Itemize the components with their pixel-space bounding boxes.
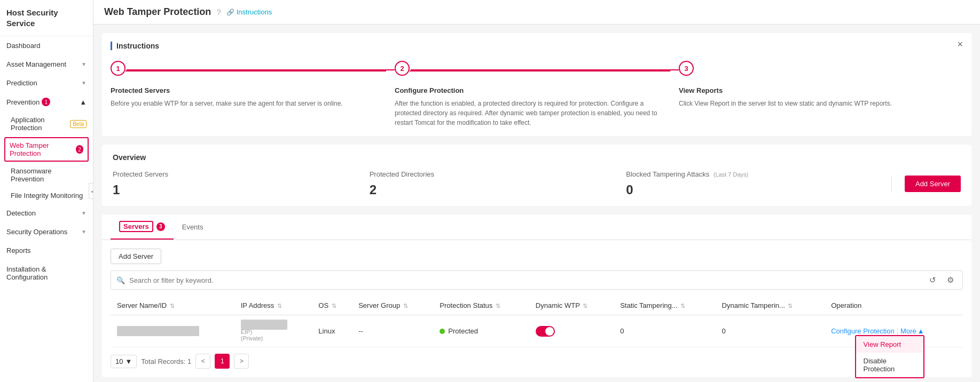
cell-server-name: ████████ bbox=[111, 315, 234, 347]
more-button[interactable]: More ▲ bbox=[900, 327, 924, 335]
status-dot bbox=[440, 329, 445, 334]
sort-icon-dynamic[interactable]: ⇅ bbox=[788, 303, 793, 309]
step-2-title: Configure Protection bbox=[395, 86, 670, 94]
operation-links: Configure Protection | More ▲ View bbox=[831, 327, 957, 335]
cell-server-group: -- bbox=[352, 315, 433, 347]
sort-icon-status[interactable]: ⇅ bbox=[496, 303, 500, 309]
view-report-menu-item[interactable]: View Report bbox=[856, 336, 923, 353]
stat-value-0: 1 bbox=[113, 182, 370, 197]
col-dynamic-wtp: Dynamic WTP ⇅ bbox=[529, 296, 614, 315]
add-server-section: Add Server bbox=[891, 176, 961, 192]
configure-protection-link[interactable]: Configure Protection bbox=[831, 327, 895, 335]
col-os: OS ⇅ bbox=[312, 296, 352, 315]
refresh-icon[interactable]: ↺ bbox=[926, 274, 939, 286]
cell-dynamic-wtp bbox=[529, 315, 614, 347]
cell-os: Linux bbox=[312, 315, 352, 347]
chevron-down-icon: ▼ bbox=[125, 357, 132, 365]
more-menu: View Report Disable Protection bbox=[855, 335, 924, 378]
search-icon: 🔍 bbox=[116, 276, 125, 284]
step-3-number: 3 bbox=[679, 61, 694, 76]
cell-dynamic-tampering: 0 bbox=[716, 315, 825, 347]
step-1: 1 Protected Servers Before you enable WT… bbox=[111, 61, 395, 108]
step-2-desc: After the function is enabled, a protect… bbox=[395, 99, 670, 128]
sidebar-collapse-button[interactable]: ◀ bbox=[89, 183, 93, 199]
step-3-desc: Click View Report in the server list to … bbox=[679, 99, 954, 108]
chevron-down-icon: ▼ bbox=[81, 210, 87, 216]
stat-value-1: 2 bbox=[370, 182, 626, 197]
main-content: Web Tamper Protection ? Instructions Ins… bbox=[93, 0, 980, 382]
overview-add-server-button[interactable]: Add Server bbox=[905, 176, 961, 192]
sort-icon-ip[interactable]: ⇅ bbox=[277, 303, 282, 309]
sidebar: Host Security Service Dashboard Asset Ma… bbox=[0, 0, 93, 382]
steps-container: 1 Protected Servers Before you enable WT… bbox=[111, 61, 963, 128]
sort-icon-os[interactable]: ⇅ bbox=[332, 303, 336, 309]
step-3-title: View Reports bbox=[679, 86, 954, 94]
sort-icon-server-name[interactable]: ⇅ bbox=[170, 303, 175, 309]
dynamic-wtp-toggle[interactable] bbox=[536, 326, 555, 337]
step-1-title: Protected Servers bbox=[111, 86, 386, 94]
close-button[interactable]: × bbox=[957, 39, 963, 49]
cell-static-tampering: 0 bbox=[614, 315, 715, 347]
step-2: 2 Configure Protection After the functio… bbox=[395, 61, 679, 128]
cell-ip-address: ███ EIP)(Private) bbox=[234, 315, 312, 347]
stat-protected-servers: Protected Servers 1 bbox=[113, 170, 370, 197]
col-server-group: Server Group ⇅ bbox=[352, 296, 433, 315]
beta-badge: Beta bbox=[70, 120, 87, 128]
overview-stats: Protected Servers 1 Protected Directorie… bbox=[113, 170, 961, 197]
servers-tab-content: Add Server 🔍 ↺ ⚙ Server Name/ID bbox=[102, 240, 971, 377]
tab-servers[interactable]: Servers 3 bbox=[111, 214, 174, 240]
sort-icon-static[interactable]: ⇅ bbox=[680, 303, 685, 309]
page-header: Web Tamper Protection ? Instructions bbox=[93, 0, 980, 25]
instructions-panel-title: Instructions bbox=[111, 42, 963, 50]
next-page-button[interactable]: > bbox=[234, 354, 249, 369]
overview-section: Overview Protected Servers 1 Protected D… bbox=[102, 145, 971, 206]
settings-icon[interactable]: ⚙ bbox=[944, 274, 957, 286]
prev-page-button[interactable]: < bbox=[195, 354, 210, 369]
col-server-name: Server Name/ID ⇅ bbox=[111, 296, 234, 315]
sidebar-item-prediction[interactable]: Prediction ▼ bbox=[0, 74, 93, 92]
step-2-number: 2 bbox=[395, 61, 410, 76]
search-bar: 🔍 ↺ ⚙ bbox=[111, 270, 963, 290]
pagination: 10 ▼ Total Records: 1 < 1 > bbox=[111, 347, 963, 369]
per-page-select[interactable]: 10 ▼ bbox=[111, 355, 137, 368]
chevron-down-icon: ▼ bbox=[81, 61, 87, 67]
sidebar-item-dashboard[interactable]: Dashboard bbox=[0, 36, 93, 55]
chevron-up-icon: ▲ bbox=[80, 98, 87, 106]
step-1-desc: Before you enable WTP for a server, make… bbox=[111, 99, 386, 108]
overview-title: Overview bbox=[113, 153, 961, 162]
col-static-tampering: Static Tampering... ⇅ bbox=[614, 296, 715, 315]
step-1-number: 1 bbox=[111, 61, 126, 76]
cell-operation: Configure Protection | More ▲ View bbox=[825, 315, 963, 347]
sidebar-item-ransomware[interactable]: Ransomware Prevention bbox=[0, 163, 93, 187]
page-title: Web Tamper Protection bbox=[104, 6, 211, 18]
sidebar-item-asset-management[interactable]: Asset Management ▼ bbox=[0, 55, 93, 74]
web-tamper-badge: 2 bbox=[76, 145, 83, 154]
content-area: Instructions × 1 Protected Servers Befor… bbox=[93, 25, 980, 382]
tabs-header: Servers 3 Events bbox=[102, 214, 971, 240]
sidebar-item-file-integrity[interactable]: File Integrity Monitoring bbox=[0, 187, 93, 204]
sort-icon-dynamic-wtp[interactable]: ⇅ bbox=[583, 303, 587, 309]
sidebar-item-reports[interactable]: Reports bbox=[0, 241, 93, 260]
current-page-button[interactable]: 1 bbox=[215, 354, 230, 369]
sidebar-item-security-operations[interactable]: Security Operations ▼ bbox=[0, 222, 93, 241]
tab-servers-label: Servers bbox=[119, 221, 153, 232]
sidebar-item-prevention[interactable]: Prevention 1 ▲ bbox=[0, 92, 93, 112]
total-records-label: Total Records: 1 bbox=[141, 357, 191, 365]
protection-status-badge: Protected bbox=[440, 327, 522, 335]
stat-protected-directories: Protected Directories 2 bbox=[370, 170, 626, 197]
servers-table: Server Name/ID ⇅ IP Address ⇅ OS ⇅ bbox=[111, 296, 963, 347]
sidebar-item-detection[interactable]: Detection ▼ bbox=[0, 204, 93, 222]
step-3: 3 View Reports Click View Report in the … bbox=[679, 61, 963, 108]
disable-protection-menu-item[interactable]: Disable Protection bbox=[856, 353, 923, 377]
prevention-badge: 1 bbox=[42, 98, 50, 106]
tab-events[interactable]: Events bbox=[174, 217, 212, 237]
search-input[interactable] bbox=[129, 276, 922, 284]
help-icon[interactable]: ? bbox=[216, 7, 221, 17]
sidebar-item-application-protection[interactable]: Application Protection Beta bbox=[0, 112, 93, 136]
stat-blocked-attacks: Blocked Tampering Attacks (Last 7 Days) … bbox=[626, 170, 883, 197]
sort-icon-group[interactable]: ⇅ bbox=[403, 303, 408, 309]
table-add-server-button[interactable]: Add Server bbox=[111, 249, 161, 264]
sidebar-item-web-tamper-protection[interactable]: Web Tamper Protection 2 bbox=[4, 137, 89, 162]
sidebar-item-installation[interactable]: Installation & Configuration bbox=[0, 260, 93, 286]
instructions-link[interactable]: Instructions bbox=[226, 8, 272, 16]
